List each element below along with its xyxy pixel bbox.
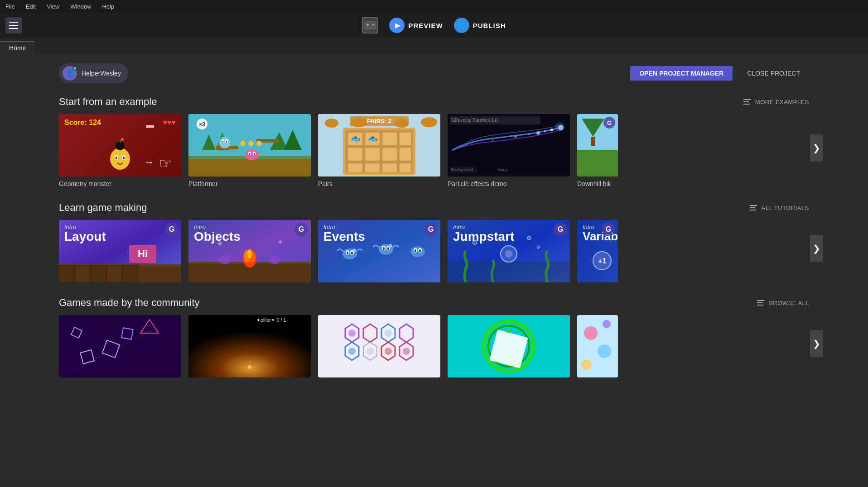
hamburger-menu-button[interactable]	[5, 17, 22, 33]
svg-point-103	[347, 252, 348, 254]
svg-point-62	[555, 122, 564, 131]
objects-badge: Intro Objects	[188, 220, 311, 247]
svg-point-110	[410, 246, 425, 257]
browse-all-link[interactable]: BROWSE ALL	[757, 300, 809, 306]
svg-point-115	[352, 248, 356, 252]
close-project-button[interactable]: CLOSE PROJECT	[738, 66, 809, 81]
browse-all-list-icon	[757, 300, 764, 306]
community-thumb-4	[448, 315, 570, 377]
example-downhill[interactable]: G Downhill bik	[577, 114, 618, 187]
svg-point-8	[116, 157, 117, 159]
community-game-4[interactable]	[448, 315, 570, 377]
svg-point-104	[351, 252, 353, 254]
svg-rect-51	[400, 148, 411, 161]
community-game-2[interactable]: ✦oilier✦ 0 / 1	[188, 315, 311, 377]
tab-home[interactable]: Home	[0, 41, 35, 54]
community-title: Games made by the community	[59, 297, 200, 309]
svg-text:✦oilier✦ 0 / 1: ✦oilier✦ 0 / 1	[256, 317, 286, 323]
example-pairs[interactable]: 🐟 🐟 PAIRS: 2 Pairs	[318, 114, 440, 187]
svg-point-22	[219, 137, 230, 148]
objects-thumb: ✦ ✦ Intro Objects G	[188, 220, 311, 282]
tutorial-layout[interactable]: Hi Intro Layout G	[59, 220, 181, 282]
examples-carousel-track: Score: 124 ♥♥♥	[59, 114, 809, 187]
svg-rect-18	[188, 157, 311, 177]
svg-text:×3: ×3	[199, 121, 205, 128]
menu-view[interactable]: View	[45, 2, 61, 11]
svg-text:Magic: Magic	[497, 167, 509, 172]
svg-point-35	[249, 153, 251, 155]
svg-point-159	[584, 327, 597, 339]
menu-edit[interactable]: Edit	[24, 2, 38, 11]
svg-rect-55	[400, 163, 411, 172]
svg-rect-46	[382, 133, 397, 145]
main-content: 👤 HelperWesley OPEN PROJECT MANAGER CLOS…	[0, 54, 868, 401]
layout-badge: Intro Layout	[59, 220, 181, 247]
publish-button[interactable]: 🌐 PUBLISH	[454, 18, 506, 33]
svg-rect-77	[591, 137, 595, 146]
tutorial-variables[interactable]: +1 Intro Variab G	[577, 220, 618, 282]
svg-point-26	[226, 141, 227, 143]
more-examples-link[interactable]: MORE EXAMPLES	[743, 99, 809, 105]
jumpstart-badge: Intro Jumpstart	[448, 220, 570, 247]
list-icon	[743, 99, 751, 105]
preview-play-icon: ▶	[389, 18, 405, 33]
examples-carousel-next[interactable]: ❯	[810, 134, 823, 162]
svg-text:Background: Background	[451, 167, 473, 172]
svg-point-25	[222, 141, 224, 143]
example-platformer[interactable]: ×3 Platformer	[188, 114, 311, 187]
community-thumb-1	[59, 315, 181, 377]
menu-file[interactable]: File	[4, 2, 17, 11]
svg-point-96	[269, 255, 280, 264]
platformer-label: Platformer	[188, 180, 311, 187]
menu-help[interactable]: Help	[101, 2, 116, 11]
gdevelop-badge-events: G	[424, 223, 438, 236]
community-carousel-track: ✦oilier✦ 0 / 1	[59, 315, 809, 377]
svg-point-120	[505, 250, 512, 258]
community-carousel-next[interactable]: ❯	[810, 330, 823, 357]
community-thumb-5	[577, 315, 618, 377]
svg-rect-47	[400, 133, 411, 145]
user-avatar[interactable]: 👤 HelperWesley	[59, 63, 128, 83]
all-tutorials-link[interactable]: ALL TUTORIALS	[750, 205, 809, 211]
svg-point-150	[403, 348, 410, 355]
examples-title: Start from an example	[59, 96, 157, 108]
svg-point-109	[387, 247, 389, 250]
svg-point-68	[528, 133, 530, 135]
tutorial-jumpstart[interactable]: Intro Jumpstart G	[448, 220, 570, 282]
community-game-5[interactable]	[577, 315, 618, 377]
svg-point-66	[550, 129, 553, 131]
user-name: HelperWesley	[82, 70, 121, 77]
pairs-label: Pairs	[318, 180, 440, 187]
hearts-display: ♥♥♥	[163, 119, 176, 127]
svg-point-5	[110, 148, 130, 170]
open-project-button[interactable]: OPEN PROJECT MANAGER	[630, 66, 733, 81]
tutorials-carousel-next[interactable]: ❯	[810, 235, 823, 262]
svg-point-161	[582, 360, 591, 369]
svg-point-162	[603, 320, 610, 328]
tutorials-carousel: Hi Intro Layout G	[59, 220, 809, 282]
svg-point-28	[248, 141, 254, 146]
svg-point-149	[385, 329, 392, 337]
svg-rect-54	[382, 163, 397, 172]
example-geometry-monster[interactable]: Score: 124 ♥♥♥	[59, 114, 181, 187]
tab-bar: Home	[0, 38, 868, 54]
tutorials-section-header: Learn game making ALL TUTORIALS	[59, 202, 809, 214]
svg-point-95	[219, 255, 230, 264]
svg-point-63	[536, 131, 540, 135]
particles-thumb: GDevelop Particles 1.0 Background Magic	[448, 114, 570, 177]
score-text: Score: 124	[64, 119, 101, 127]
svg-point-157	[506, 329, 511, 333]
tutorial-objects[interactable]: ✦ ✦ Intro Objects G	[188, 220, 311, 282]
menu-window[interactable]: Window	[68, 2, 93, 11]
community-game-1[interactable]	[59, 315, 181, 377]
svg-point-108	[383, 247, 385, 250]
svg-text:GDevelop Particles 1.0: GDevelop Particles 1.0	[451, 118, 498, 123]
tutorials-carousel-track: Hi Intro Layout G	[59, 220, 809, 282]
example-particles[interactable]: GDevelop Particles 1.0 Background Magic …	[448, 114, 570, 187]
svg-point-160	[598, 345, 611, 358]
tutorial-events[interactable]: Intro Events G	[318, 220, 440, 282]
community-game-3[interactable]	[318, 315, 440, 377]
preview-button[interactable]: ▶ PREVIEW	[389, 18, 443, 33]
svg-point-3	[372, 24, 373, 26]
title-bar: ▶ PREVIEW 🌐 PUBLISH	[0, 13, 868, 38]
